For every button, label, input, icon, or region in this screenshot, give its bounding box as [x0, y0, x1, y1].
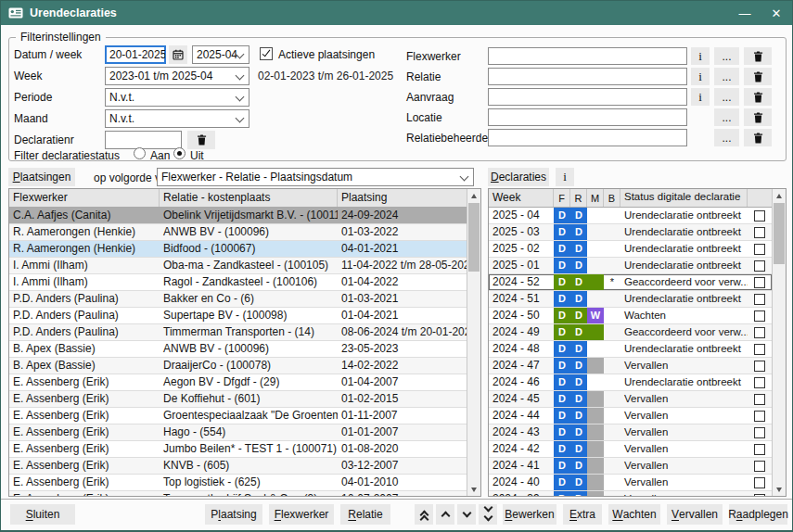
relatie-browse-button[interactable]: ...: [714, 68, 739, 85]
datum-week-select[interactable]: 2025-04: [192, 45, 249, 64]
plaatsing-row[interactable]: P.D. Anders (Paulina)Bakker en Co - (6)0…: [9, 291, 467, 308]
bewerken-button[interactable]: Bewerken: [503, 504, 556, 525]
row-checkbox[interactable]: [754, 210, 765, 222]
declaratie-row[interactable]: 2024 - 43DDVervallen: [489, 424, 772, 441]
status-aan-radio[interactable]: [134, 147, 146, 159]
plaatsing-row[interactable]: R. Aamerongen (Henkie)ANWB BV - (100096)…: [9, 224, 467, 241]
actieve-plaatsingen-checkbox[interactable]: [260, 47, 273, 60]
row-checkbox[interactable]: [754, 310, 765, 322]
column-header-r[interactable]: R: [570, 189, 587, 207]
plaatsing-row[interactable]: E. Assenberg (Erik)Jumbo Beilen* - TEST …: [9, 441, 467, 458]
scrollbar-thumb[interactable]: [774, 203, 785, 264]
declaratie-row[interactable]: 2024 - 46DDUrendeclaratie ontbreekt: [489, 374, 772, 391]
locatie-clear-button[interactable]: [744, 108, 772, 126]
row-checkbox[interactable]: [754, 427, 765, 438]
row-checkbox[interactable]: [754, 444, 765, 455]
aanvraag-browse-button[interactable]: ...: [714, 88, 739, 106]
plaatsing-row[interactable]: B. Apex (Bassie)DraaijerCo - (100078)14-…: [9, 358, 467, 374]
scroll-up-button[interactable]: [773, 189, 786, 202]
sluiten-button[interactable]: Sluiten: [10, 504, 75, 525]
declaraties-info-button[interactable]: i: [556, 168, 574, 186]
relatie-clear-button[interactable]: [744, 68, 772, 85]
row-checkbox[interactable]: [754, 394, 765, 405]
plaatsingen-section-button[interactable]: Plaatsingen: [8, 168, 75, 186]
plaatsing-row[interactable]: E. Assenberg (Erik)Top logistiek - (625)…: [9, 475, 467, 491]
column-header-m[interactable]: M: [587, 189, 604, 207]
wachten-button[interactable]: Wachten: [608, 504, 660, 525]
next-record-button[interactable]: [457, 504, 476, 525]
plaatsing-row[interactable]: E. Assenberg (Erik)Groentespeciaalzaak "…: [9, 408, 467, 424]
row-checkbox[interactable]: [754, 294, 765, 305]
aanvraag-clear-button[interactable]: [744, 88, 772, 106]
row-checkbox[interactable]: [754, 277, 765, 288]
date-input[interactable]: 20-01-2025: [105, 45, 166, 64]
maand-select[interactable]: N.v.t.: [105, 109, 249, 128]
aanvraag-input[interactable]: [488, 88, 687, 106]
flexwerker-button[interactable]: Flexwerker: [269, 504, 334, 525]
status-uit-radio[interactable]: [173, 147, 185, 159]
minimize-button[interactable]: —: [729, 1, 761, 25]
column-header-plaatsing[interactable]: Plaatsing: [338, 189, 467, 207]
declaratie-row[interactable]: 2024 - 52DD*Geaccordeerd voor verw...: [489, 274, 772, 291]
vervallen-button[interactable]: Vervallen: [667, 504, 723, 525]
plaatsing-button[interactable]: Plaatsing: [205, 504, 262, 525]
plaatsing-row[interactable]: E. Assenberg (Erik)KNVB - (605)03-12-200…: [9, 458, 467, 475]
row-checkbox[interactable]: [754, 244, 765, 255]
declaraties-scrollbar[interactable]: [772, 189, 786, 496]
aanvraag-info-button[interactable]: i: [691, 88, 710, 106]
declaratienr-input[interactable]: [105, 131, 182, 149]
relatiebeheerder-input[interactable]: [488, 129, 687, 146]
declaratie-row[interactable]: 2025 - 01DDUrendeclaratie ontbreekt: [489, 258, 772, 274]
plaatsing-row[interactable]: I. Ammi (Ilham)Ragol - Zandkasteel - (10…: [9, 274, 467, 291]
previous-record-button[interactable]: [436, 504, 454, 525]
declaratie-row[interactable]: 2024 - 42DDVervallen: [489, 441, 772, 458]
locatie-input[interactable]: [488, 108, 687, 126]
declaratienr-clear-button[interactable]: [187, 131, 215, 149]
plaatsing-row[interactable]: C.A. Aafjes (Canita)Obelink Vrijetijdsma…: [9, 208, 467, 224]
extra-button[interactable]: Extra: [563, 504, 602, 525]
plaatsing-row[interactable]: E. Assenberg (Erik)Transportbedrijf Snel…: [9, 491, 467, 496]
week-select[interactable]: 2023-01 t/m 2025-04: [105, 67, 249, 85]
column-header-flexwerker[interactable]: Flexwerker: [9, 189, 160, 207]
relatiebeheerder-clear-button[interactable]: [744, 129, 772, 146]
first-record-button[interactable]: [415, 504, 433, 525]
declaratie-row[interactable]: 2024 - 45DDVervallen: [489, 391, 772, 408]
column-header-status[interactable]: Status digitale declaratie: [620, 189, 748, 207]
column-header-relatie-kostenplaats[interactable]: Relatie - kostenplaats: [160, 189, 338, 207]
row-checkbox[interactable]: [754, 260, 765, 272]
raadplegen-button[interactable]: Raadplegen: [729, 504, 787, 525]
plaatsing-row[interactable]: B. Apex (Bassie)ANWB BV - (100096)23-05-…: [9, 341, 467, 358]
relatie-info-button[interactable]: i: [691, 68, 710, 85]
declaratie-row[interactable]: 2024 - 41DDVervallen: [489, 458, 772, 475]
plaatsing-row[interactable]: I. Ammi (Ilham)Oba-ma - Zandkasteel - (1…: [9, 258, 467, 274]
declaratie-row[interactable]: 2024 - 40DDVervallen: [489, 475, 772, 491]
declaraties-section-button[interactable]: Declaraties: [488, 168, 549, 186]
declaratie-row[interactable]: 2025 - 03DDUrendeclaratie ontbreekt: [489, 224, 772, 241]
plaatsing-row[interactable]: E. Assenberg (Erik)Hago - (554)01-01-200…: [9, 424, 467, 441]
declaratie-row[interactable]: 2024 - 44DDVervallen: [489, 408, 772, 424]
declaratie-row[interactable]: 2024 - 49DDGeaccordeerd voor verw...: [489, 324, 772, 341]
periode-select[interactable]: N.v.t.: [105, 88, 249, 107]
scrollbar-thumb[interactable]: [468, 203, 480, 272]
row-checkbox[interactable]: [754, 477, 765, 488]
locatie-browse-button[interactable]: ...: [714, 108, 739, 126]
order-select[interactable]: Flexwerker - Relatie - Plaatsingsdatum: [157, 168, 474, 186]
row-checkbox[interactable]: [754, 411, 765, 422]
last-record-button[interactable]: [479, 504, 497, 525]
flexwerker-clear-button[interactable]: [744, 47, 772, 65]
close-button[interactable]: ✕: [761, 1, 792, 25]
plaatsingen-scrollbar[interactable]: [467, 189, 480, 496]
row-checkbox[interactable]: [754, 461, 765, 472]
plaatsing-row[interactable]: R. Aamerongen (Henkie)Bidfood - (100067)…: [9, 241, 467, 258]
declaratie-row[interactable]: 2024 - 47DDVervallen: [489, 358, 772, 374]
column-header-week[interactable]: Week: [489, 189, 554, 207]
row-checkbox[interactable]: [754, 227, 765, 238]
row-checkbox[interactable]: [754, 377, 765, 388]
declaratie-row[interactable]: 2024 - 48DDUrendeclaratie ontbreekt: [489, 341, 772, 358]
scroll-down-button[interactable]: [467, 483, 480, 496]
plaatsing-row[interactable]: P.D. Anders (Paulina)Supertape BV - (100…: [9, 308, 467, 324]
column-header-f[interactable]: F: [554, 189, 570, 207]
column-header-b[interactable]: B: [604, 189, 620, 207]
declaratie-row[interactable]: 2025 - 04DDUrendeclaratie ontbreekt: [489, 208, 772, 224]
plaatsing-row[interactable]: P.D. Anders (Paulina)Timmerman Transport…: [9, 324, 467, 341]
